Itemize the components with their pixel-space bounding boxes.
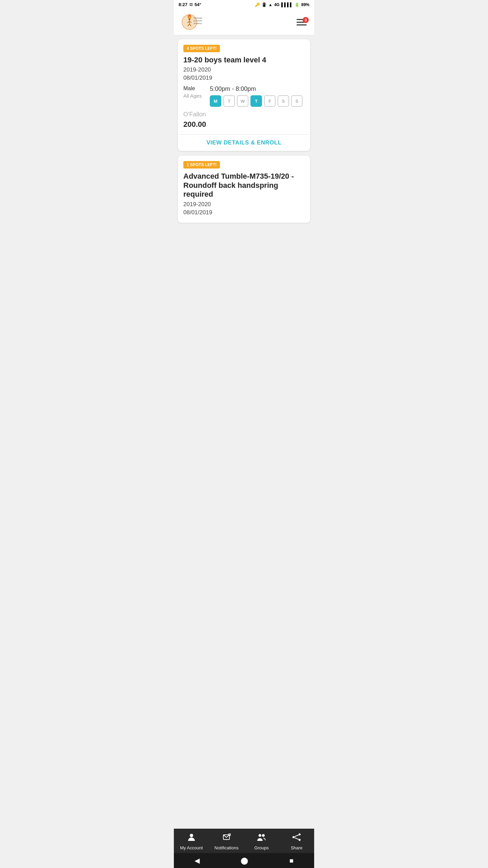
class-card-2: 1 SPOTS LEFT! Advanced Tumble-M735-19/20… <box>178 156 310 222</box>
spots-badge-1: 4 SPOTS LEFT! <box>183 45 220 52</box>
enroll-button-1[interactable]: VIEW DETAILS & ENROLL <box>178 135 310 151</box>
class-card-1: 4 SPOTS LEFT! 19-20 boys team level 4 20… <box>178 39 310 151</box>
days-row-1: M T W T F S S <box>210 95 303 107</box>
status-icon-battery: 🔋 <box>294 2 300 7</box>
status-time: 8:27 <box>179 2 187 7</box>
class-date-1: 08/01/2019 <box>183 75 305 81</box>
card-body-2: 1 SPOTS LEFT! Advanced Tumble-M735-19/20… <box>178 156 310 222</box>
status-icon-signal: ▌▌▌▌ <box>281 2 293 7</box>
gender-age-1: Male All Ages <box>183 85 202 99</box>
menu-button[interactable]: 3 <box>294 17 309 27</box>
class-info-row-1: Male All Ages 5:00pm - 8:00pm M T W T F … <box>183 85 305 107</box>
class-year-2: 2019-2020 <box>183 201 305 208</box>
status-signal: 4G <box>274 2 280 7</box>
svg-text:Academy: Academy <box>194 22 202 24</box>
logo: Northside Gymnastic Academy <box>179 12 206 32</box>
class-title-1: 19-20 boys team level 4 <box>183 56 305 64</box>
status-temp: 54° <box>195 2 201 7</box>
day-thursday: T <box>250 95 262 107</box>
status-icon-wifi: ▲ <box>268 2 272 7</box>
status-icon-cast: ⊡ <box>189 2 192 7</box>
card-body-1: 4 SPOTS LEFT! 19-20 boys team level 4 20… <box>178 39 310 134</box>
day-saturday: S <box>278 95 289 107</box>
age-text-1: All Ages <box>183 93 202 99</box>
day-monday: M <box>210 95 221 107</box>
day-wednesday: W <box>237 95 248 107</box>
day-friday: F <box>264 95 276 107</box>
status-bar: 8:27 ⊡ 54° 🔑 📳 ▲ 4G ▌▌▌▌ 🔋 89% <box>174 0 314 9</box>
header: Northside Gymnastic Academy 3 <box>174 9 314 35</box>
menu-badge: 3 <box>303 17 309 23</box>
svg-text:Gymnastic: Gymnastic <box>194 20 202 22</box>
time-text-1: 5:00pm - 8:00pm <box>210 85 303 93</box>
class-date-2: 08/01/2019 <box>183 209 305 216</box>
svg-text:Northside: Northside <box>194 17 202 19</box>
time-days-1: 5:00pm - 8:00pm M T W T F S S <box>210 85 303 107</box>
svg-point-3 <box>188 18 190 20</box>
class-title-2: Advanced Tumble-M735-19/20 - Roundoff ba… <box>183 172 305 199</box>
status-icon-vibrate: 📳 <box>262 2 267 7</box>
class-year-1: 2019-2020 <box>183 66 305 73</box>
status-icon-key: 🔑 <box>255 2 260 7</box>
day-tuesday: T <box>223 95 235 107</box>
day-sunday: S <box>291 95 303 107</box>
gender-text-1: Male <box>183 85 202 92</box>
logo-area: Northside Gymnastic Academy <box>179 12 206 32</box>
spots-badge-2: 1 SPOTS LEFT! <box>183 161 220 169</box>
location-text-1: O'Fallon <box>183 111 305 118</box>
content-area: 4 SPOTS LEFT! 19-20 boys team level 4 20… <box>174 35 314 227</box>
status-battery-pct: 89% <box>301 2 309 7</box>
price-text-1: 200.00 <box>183 120 305 129</box>
